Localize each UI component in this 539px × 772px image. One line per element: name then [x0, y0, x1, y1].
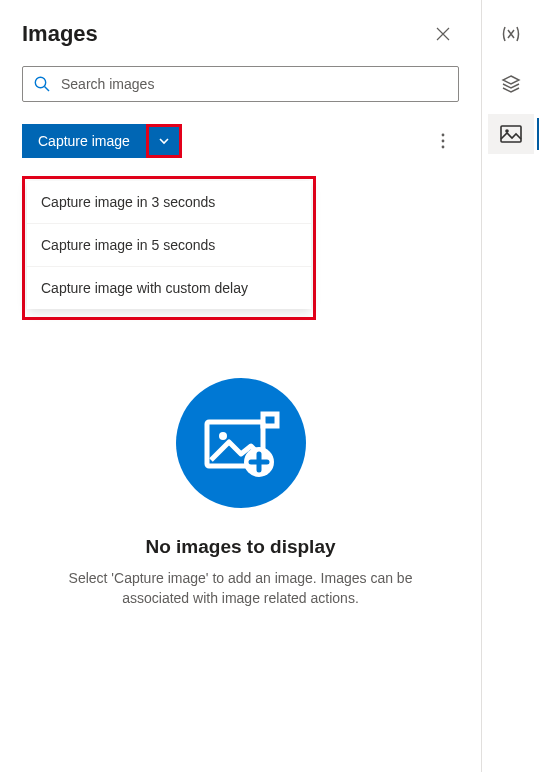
layers-icon — [501, 74, 521, 94]
capture-dropdown-button[interactable] — [149, 127, 179, 155]
empty-state-description: Select 'Capture image' to add an image. … — [62, 568, 419, 609]
variables-icon — [500, 25, 522, 43]
toolbar: Capture image — [22, 124, 459, 158]
close-button[interactable] — [427, 18, 459, 50]
svg-point-7 — [219, 432, 227, 440]
close-icon — [436, 27, 450, 41]
dropdown-item-capture-3s[interactable]: Capture image in 3 seconds — [27, 181, 311, 224]
svg-rect-6 — [263, 414, 277, 426]
images-panel: Images Capture image Capture image in 3 … — [0, 0, 481, 772]
search-input-wrapper[interactable] — [22, 66, 459, 102]
capture-split-button: Capture image — [22, 124, 182, 158]
empty-state-title: No images to display — [145, 536, 335, 558]
more-vertical-icon — [441, 133, 445, 149]
dropdown-item-capture-5s[interactable]: Capture image in 5 seconds — [27, 224, 311, 267]
chevron-down-icon — [158, 135, 170, 147]
panel-header: Images — [22, 18, 459, 50]
svg-line-1 — [45, 87, 50, 92]
panel-title: Images — [22, 21, 98, 47]
image-add-icon — [201, 408, 281, 478]
rail-item-images[interactable] — [488, 114, 534, 154]
dropdown-item-capture-custom[interactable]: Capture image with custom delay — [27, 267, 311, 309]
capture-dropdown-highlight — [146, 124, 182, 158]
svg-point-0 — [35, 77, 45, 87]
search-icon — [33, 75, 51, 93]
right-rail — [481, 0, 539, 772]
svg-point-4 — [442, 146, 445, 149]
empty-state-icon — [176, 378, 306, 508]
svg-point-2 — [442, 134, 445, 137]
rail-item-layers[interactable] — [488, 64, 534, 104]
capture-image-button[interactable]: Capture image — [22, 124, 146, 158]
rail-item-variables[interactable] — [488, 14, 534, 54]
more-options-button[interactable] — [427, 125, 459, 157]
capture-dropdown-menu: Capture image in 3 seconds Capture image… — [27, 181, 311, 309]
search-input[interactable] — [61, 76, 448, 92]
svg-point-3 — [442, 140, 445, 143]
empty-state: No images to display Select 'Capture ima… — [22, 378, 459, 609]
svg-rect-9 — [501, 126, 521, 142]
image-icon — [500, 125, 522, 143]
